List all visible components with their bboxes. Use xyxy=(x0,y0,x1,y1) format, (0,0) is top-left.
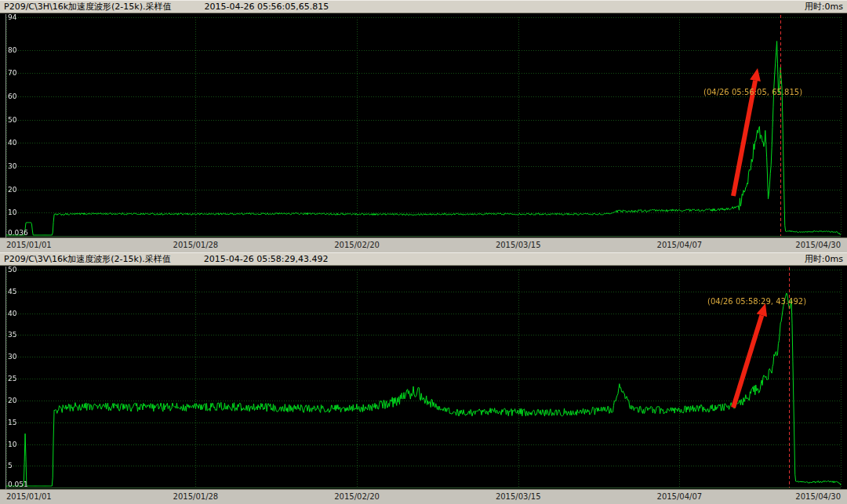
channel-title: P209/C\3H\16k加速度波形(2-15k).采样值 xyxy=(4,0,171,13)
y-axis-tick-label: 10 xyxy=(8,208,16,217)
y-axis-tick-label: 15 xyxy=(8,419,16,427)
x-axis-tick-label: 2015/01/28 xyxy=(173,238,219,252)
y-axis-tick-label: 20 xyxy=(8,186,16,194)
chart-plot-area: (04/26 05:56:05, 65.815) 948070605040302… xyxy=(0,13,847,237)
y-axis-tick-label: 60 xyxy=(8,92,16,101)
x-axis-tick-label: 2015/02/20 xyxy=(334,490,380,504)
x-axis-tick-label: 2015/01/01 xyxy=(6,238,52,252)
y-axis-tick-label: 30 xyxy=(8,162,16,171)
x-axis-strip: 2015/01/012015/01/282015/02/202015/03/15… xyxy=(0,489,847,504)
trend-panel-horizontal: P209/C\3H\16k加速度波形(2-15k).采样值 2015-04-26… xyxy=(0,0,847,252)
y-axis-tick-label: 35 xyxy=(8,331,16,339)
cursor-timestamp-value: 2015-04-26 05:58:29,43.492 xyxy=(204,252,329,266)
panel-titlebar: P209/C\3V\16k加速度波形(2-15k).采样值 2015-04-26… xyxy=(0,252,847,266)
x-axis-tick-label: 2015/01/28 xyxy=(173,490,219,504)
y-axis-tick-label: 10 xyxy=(8,441,16,449)
y-axis-tick-label: 70 xyxy=(8,69,16,78)
x-axis-tick-label: 2015/01/01 xyxy=(6,490,52,504)
x-axis-tick-label: 2015/04/07 xyxy=(657,490,703,504)
y-axis-tick-label: 40 xyxy=(8,310,16,318)
x-axis-tick-label: 2015/04/07 xyxy=(657,238,703,252)
cursor-annotation: (04/26 05:56:05, 65.815) xyxy=(703,88,802,97)
y-axis-tick-label: 30 xyxy=(8,353,16,361)
x-axis-tick-label: 2015/03/15 xyxy=(496,490,541,504)
cursor-timestamp-value: 2015-04-26 05:56:05,65.815 xyxy=(204,0,329,13)
y-axis-tick-label: 80 xyxy=(8,46,16,55)
y-axis-tick-label: 50 xyxy=(8,116,16,125)
y-axis-tick-label: 45 xyxy=(8,288,16,296)
x-axis-tick-label: 2015/03/15 xyxy=(496,238,541,252)
y-axis-tick-label: 0.036 xyxy=(8,229,28,237)
trend-chart-canvas[interactable] xyxy=(0,13,847,237)
panel-titlebar: P209/C\3H\16k加速度波形(2-15k).采样值 2015-04-26… xyxy=(0,0,847,13)
chart-plot-area: (04/26 05:58:29, 43.492) 504540353025201… xyxy=(0,266,847,489)
y-axis-tick-label: 5 xyxy=(8,462,13,470)
y-axis-tick-label: 25 xyxy=(8,375,16,383)
y-axis-tick-label: 50 xyxy=(8,266,16,274)
trend-panel-vertical: P209/C\3V\16k加速度波形(2-15k).采样值 2015-04-26… xyxy=(0,252,847,504)
y-axis-tick-label: 20 xyxy=(8,397,16,405)
x-axis-strip: 2015/01/012015/01/282015/02/202015/03/15… xyxy=(0,237,847,252)
y-axis-tick-label: 94 xyxy=(8,13,16,22)
cursor-annotation: (04/26 05:58:29, 43.492) xyxy=(707,297,806,306)
y-axis-tick-label: 0.051 xyxy=(8,480,28,489)
x-axis-tick-label: 2015/02/20 xyxy=(334,238,380,252)
channel-title: P209/C\3V\16k加速度波形(2-15k).采样值 xyxy=(4,252,171,266)
elapsed-time-label: 用时:0ms xyxy=(805,0,843,13)
x-axis-tick-label: 2015/04/30 xyxy=(795,238,841,252)
elapsed-time-label: 用时:0ms xyxy=(805,252,843,266)
y-axis-tick-label: 40 xyxy=(8,139,16,147)
x-axis-tick-label: 2015/04/30 xyxy=(795,490,841,504)
